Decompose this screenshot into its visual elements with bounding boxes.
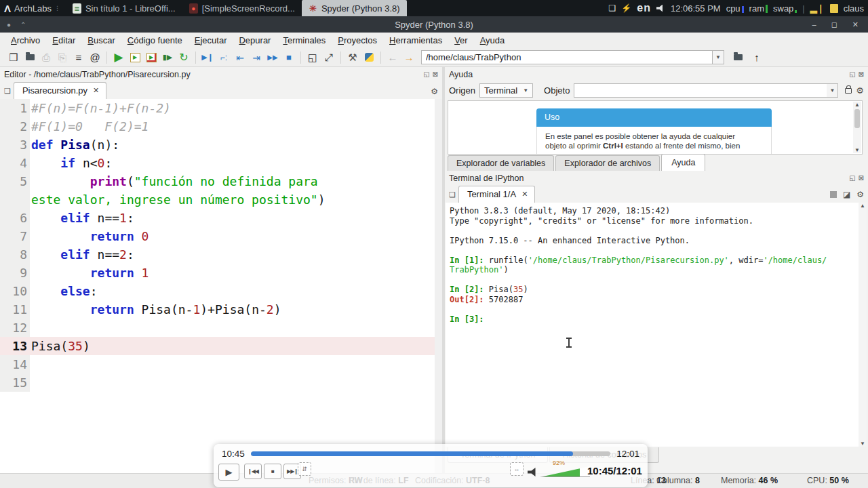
close-tab-icon[interactable]: ✕	[521, 190, 528, 199]
menu-terminales[interactable]: Terminales	[277, 34, 331, 47]
working-directory-combo[interactable]: ▼	[421, 50, 724, 64]
battery-icon[interactable]: ⚡	[621, 3, 631, 13]
ram-meter[interactable]: ram	[749, 3, 768, 14]
help-options-gear-icon[interactable]: ⚙	[856, 85, 864, 96]
code-line[interactable]: 2#F(1)=0 F(2)=1	[0, 117, 435, 136]
code-line[interactable]: 5 print("función no definida para	[0, 172, 435, 190]
stop-debug-icon[interactable]: ■	[281, 50, 297, 65]
taskbar-window-active[interactable]: ✳Spyder (Python 3.8)	[302, 0, 407, 16]
origen-select[interactable]: Terminal ▼	[479, 83, 533, 98]
scroll-down-icon[interactable]: ▼	[854, 147, 860, 153]
save-all-icon[interactable]: ⎘	[54, 50, 71, 65]
menu-depurar[interactable]: Depurar	[233, 34, 276, 47]
browse-tabs-icon[interactable]: ❏	[4, 87, 11, 96]
run-cell-icon[interactable]: ▶	[127, 50, 143, 65]
code-line[interactable]: 8 elif n==2:	[0, 245, 435, 264]
close-pane-icon[interactable]: ⊠	[859, 70, 864, 78]
code-line[interactable]: 14	[0, 355, 435, 373]
open-file-icon[interactable]	[22, 50, 38, 65]
run-cell-advance-icon[interactable]: ▶	[143, 50, 159, 65]
continue-icon[interactable]: ▶▶	[264, 50, 281, 65]
back-icon[interactable]: ←	[384, 50, 401, 65]
menu-editar[interactable]: Editar	[47, 34, 81, 47]
clipboard-icon[interactable]: ❑	[609, 3, 616, 13]
run-file-icon[interactable]: ▶	[111, 50, 127, 65]
rerun-cell-icon[interactable]: ↻	[176, 50, 192, 65]
seek-bar[interactable]	[251, 451, 610, 456]
frame-step-button[interactable]: ⇵	[298, 462, 311, 476]
close-tab-icon[interactable]: ✕	[93, 86, 99, 95]
code-line[interactable]: 15	[0, 373, 435, 392]
scroll-down-icon[interactable]: ▼	[860, 441, 865, 447]
debug-cell-icon[interactable]: ⌐:	[216, 50, 232, 65]
path-dropdown-arrow[interactable]: ▼	[713, 50, 724, 64]
swap-meter[interactable]: swap	[773, 3, 797, 14]
resize-toggle-button[interactable]: ↔	[510, 462, 524, 476]
browse-working-dir-icon[interactable]	[730, 50, 746, 65]
console-output[interactable]: Python 3.8.3 (default, May 17 2020, 18:1…	[446, 203, 859, 447]
clock[interactable]: 12:06:55 PM	[671, 3, 721, 14]
window-titlebar[interactable]: ●⌃ Spyder (Python 3.8) – ◻ ✕	[0, 16, 868, 33]
working-directory-input[interactable]	[421, 50, 713, 64]
minimize-button[interactable]: –	[812, 20, 816, 29]
code-line[interactable]: 12	[0, 319, 435, 337]
new-file-icon[interactable]: ❒	[5, 50, 22, 65]
objeto-input[interactable]	[574, 83, 827, 98]
taskbar-window-item[interactable]: ●[SimpleScreenRecord...	[182, 0, 302, 16]
editor-scrollbar[interactable]	[435, 99, 442, 473]
code-line[interactable]: 6 elif n==1:	[0, 209, 435, 227]
up-dir-icon[interactable]: ↑	[749, 50, 765, 65]
taskbar-window-item[interactable]: ≣Sin título 1 - LibreOffi...	[66, 0, 182, 16]
menu-proyectos[interactable]: Proyectos	[332, 34, 382, 47]
objeto-dropdown-arrow[interactable]: ▼	[827, 83, 838, 98]
interrupt-kernel-icon[interactable]	[830, 191, 837, 198]
dock-tab-explorador-de-archivos[interactable]: Explorador de archivos	[555, 155, 660, 171]
code-line[interactable]: 7 return 0	[0, 227, 435, 245]
close-button[interactable]: ✕	[852, 20, 859, 29]
code-line[interactable]: 11 return Pisa(n-1)+Pisa(n-2)	[0, 300, 435, 319]
clear-console-icon[interactable]: ◪	[843, 190, 850, 199]
menu-c-digo-fuente[interactable]: Código fuente	[122, 34, 188, 47]
scroll-up-icon[interactable]: ▲	[860, 203, 865, 209]
cpu-meter[interactable]: cpu	[726, 3, 744, 14]
menu-archivo[interactable]: Archivo	[5, 34, 45, 47]
stop-button[interactable]: ■	[264, 464, 281, 479]
undock-pane-icon[interactable]: ◱	[849, 70, 855, 78]
lock-icon[interactable]	[845, 88, 852, 94]
save-icon[interactable]: ⎙	[38, 50, 54, 65]
volume-speaker-icon[interactable]	[528, 468, 538, 476]
code-line[interactable]: 3def Pisa(n):	[0, 136, 435, 154]
preferences-icon[interactable]: ⚒	[344, 50, 361, 65]
close-pane-icon[interactable]: ⊠	[433, 70, 438, 78]
maximize-pane-icon[interactable]: ◱	[304, 50, 321, 65]
undock-pane-icon[interactable]: ◱	[423, 70, 429, 78]
code-editor[interactable]: 1#F(n)=F(n-1)+F(n-2)2#F(1)=0 F(2)=13def …	[0, 99, 435, 473]
browse-tabs-icon[interactable]: ❏	[449, 190, 456, 199]
menu-ejecutar[interactable]: Ejecutar	[189, 34, 233, 47]
outline-explorer-icon[interactable]: ≡	[71, 50, 87, 65]
debug-file-icon[interactable]: ▶❙	[199, 50, 216, 65]
menu-herramientas[interactable]: Herramientas	[384, 34, 448, 47]
step-return-icon[interactable]: ⇥	[248, 50, 264, 65]
code-line[interactable]: este valor, ingrese un número positivo")	[0, 190, 435, 209]
code-line[interactable]: 4 if n<0:	[0, 154, 435, 172]
play-button[interactable]: ▶	[218, 464, 239, 481]
notes-icon[interactable]	[830, 4, 838, 13]
at-symbol-icon[interactable]: @	[87, 50, 103, 65]
scroll-up-icon[interactable]: ▲	[854, 102, 860, 108]
maximize-button[interactable]: ◻	[831, 20, 837, 29]
console-tab[interactable]: Terminal 1/A ✕	[458, 186, 535, 203]
console-scrollbar[interactable]: ▲ ▼	[859, 203, 867, 447]
forward-icon[interactable]: →	[401, 50, 417, 65]
xpad-icon[interactable]: ▂❘	[810, 3, 825, 14]
volume-slider[interactable]	[540, 466, 590, 477]
menu-ver[interactable]: Ver	[449, 34, 473, 47]
close-pane-icon[interactable]: ⊠	[859, 174, 864, 182]
keyboard-layout-indicator[interactable]: en	[637, 2, 651, 14]
code-line[interactable]: 10 else:	[0, 282, 435, 300]
code-line[interactable]: 1#F(n)=F(n-1)+F(n-2)	[0, 99, 435, 117]
editor-tab[interactable]: Pisarecursion.py ✕	[14, 82, 106, 99]
run-selection-icon[interactable]: ▮▶	[159, 50, 176, 65]
code-line[interactable]: 13Pisa(35)	[0, 337, 435, 355]
help-scrollbar[interactable]: ▲ ▼	[853, 102, 861, 153]
